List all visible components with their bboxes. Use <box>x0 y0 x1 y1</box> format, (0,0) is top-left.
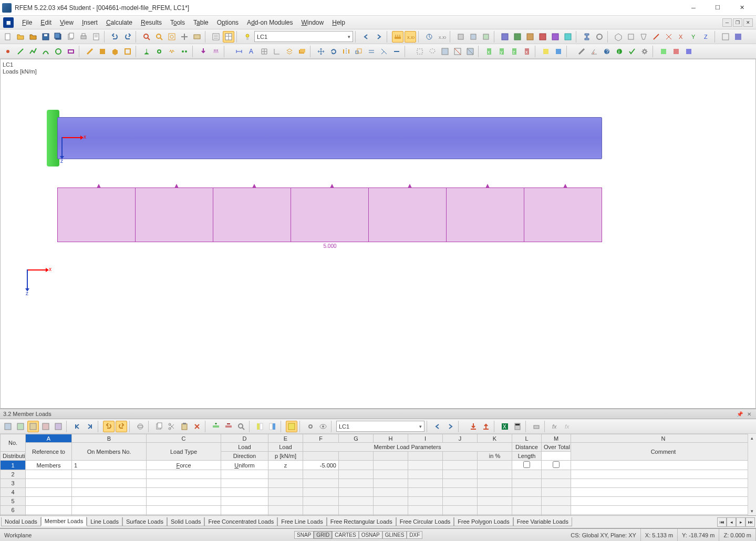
col-l-letter[interactable]: L <box>512 434 542 443</box>
cell-empty[interactable] <box>512 479 542 488</box>
toggle-grid[interactable]: GRID <box>314 531 332 539</box>
results-values-icon[interactable]: x.xx <box>436 31 448 43</box>
section-icon-1[interactable] <box>581 31 593 43</box>
rotate-icon[interactable] <box>328 46 339 57</box>
cell-empty[interactable] <box>478 515 512 516</box>
cell-empty[interactable] <box>268 497 303 506</box>
spring-icon[interactable] <box>166 46 178 57</box>
copy-icon[interactable] <box>65 31 77 43</box>
menu-table[interactable]: Table <box>189 18 213 27</box>
pt-fx2-icon[interactable]: fx <box>562 421 574 432</box>
menu-results[interactable]: Results <box>137 18 166 27</box>
col-d-letter[interactable]: D <box>221 434 268 443</box>
cell-empty[interactable] <box>443 488 478 497</box>
pt-globe-icon[interactable] <box>134 421 146 432</box>
row-num[interactable]: 7 <box>1 515 26 516</box>
th-m[interactable]: Length <box>512 452 542 461</box>
th-g[interactable] <box>303 452 339 461</box>
filter-z-icon[interactable]: z <box>509 46 520 57</box>
tab-free-polygon-loads[interactable]: Free Polygon Loads <box>454 517 513 526</box>
row-num[interactable]: 4 <box>1 488 26 497</box>
cell-empty[interactable] <box>303 479 339 488</box>
sel-none-icon[interactable] <box>452 46 463 57</box>
pt-redo-icon[interactable] <box>116 421 127 432</box>
pt-delete-icon[interactable] <box>191 421 203 432</box>
scale-icon[interactable] <box>353 46 365 57</box>
cell-k[interactable] <box>478 461 512 470</box>
open-folder-icon[interactable] <box>27 31 39 43</box>
layer-icon[interactable] <box>284 46 295 57</box>
view-y-icon[interactable]: Y <box>688 31 700 43</box>
cell-empty[interactable] <box>571 497 756 506</box>
cell-empty[interactable] <box>571 488 756 497</box>
pt-icon-4[interactable] <box>40 421 51 432</box>
filter-y-icon[interactable]: y <box>496 46 508 57</box>
cell-empty[interactable] <box>443 479 478 488</box>
view-iso-icon[interactable] <box>613 31 624 43</box>
cell-empty[interactable] <box>512 515 542 516</box>
pt-export-icon[interactable] <box>480 421 492 432</box>
menu-window[interactable]: Window <box>297 18 328 27</box>
zoom-window-icon[interactable] <box>166 31 178 43</box>
pt-fx-icon[interactable]: fx <box>550 421 561 432</box>
measure-icon[interactable] <box>576 46 587 57</box>
cell-comment[interactable] <box>571 461 756 470</box>
offset-icon[interactable] <box>366 46 377 57</box>
close-button[interactable]: ✕ <box>730 0 754 16</box>
th-b[interactable]: On Members No. <box>72 443 147 461</box>
node-icon[interactable] <box>2 46 14 57</box>
tab-free-circular-loads[interactable]: Free Circular Loads <box>396 517 454 526</box>
cell-empty[interactable] <box>478 506 512 515</box>
filter-x-icon[interactable]: x <box>483 46 495 57</box>
mdi-minimize-button[interactable]: ─ <box>722 18 732 27</box>
th-n[interactable]: Comment <box>571 443 756 461</box>
cell-empty[interactable] <box>26 497 72 506</box>
cell-empty[interactable] <box>512 497 542 506</box>
trim-icon[interactable] <box>378 46 390 57</box>
move-icon[interactable] <box>315 46 327 57</box>
pt-first-icon[interactable] <box>71 421 83 432</box>
tool-icon-3[interactable] <box>480 31 492 43</box>
loadcase-combo[interactable]: LC1 <box>254 31 353 42</box>
col-c-letter[interactable]: C <box>147 434 221 443</box>
cell-empty[interactable] <box>374 488 408 497</box>
col-a-letter[interactable]: A <box>26 434 72 443</box>
cell-empty[interactable] <box>478 479 512 488</box>
list-icon[interactable] <box>210 31 222 43</box>
toggle-snap[interactable]: SNAP <box>294 531 314 539</box>
pt-gear-icon[interactable] <box>305 421 316 432</box>
cell-loadtype[interactable]: Force <box>147 461 221 470</box>
new-file-icon[interactable] <box>2 31 14 43</box>
tab-nav-last[interactable]: ⏭ <box>745 517 755 527</box>
th-k[interactable] <box>443 452 478 461</box>
cell-empty[interactable] <box>147 479 221 488</box>
tab-free-variable-loads[interactable]: Free Variable Loads <box>513 517 572 526</box>
sel-lasso-icon[interactable] <box>427 46 438 57</box>
arc-icon[interactable] <box>40 46 51 57</box>
pt-copy-icon[interactable] <box>153 421 165 432</box>
cell-overtotal[interactable] <box>542 461 571 470</box>
tab-nav-next[interactable]: ▸ <box>736 517 745 527</box>
th-no[interactable]: No. <box>1 434 26 452</box>
cell-empty[interactable] <box>221 515 268 516</box>
cell-empty[interactable] <box>268 470 303 479</box>
results-icon[interactable] <box>423 31 435 43</box>
tab-surface-loads[interactable]: Surface Loads <box>122 517 167 526</box>
th-c[interactable]: Load Type <box>147 443 221 461</box>
opening-icon[interactable] <box>122 46 133 57</box>
cell-empty[interactable] <box>478 470 512 479</box>
show-values-icon[interactable]: x.xx <box>405 31 416 43</box>
pt-last-icon[interactable] <box>84 421 96 432</box>
pt-paste-icon[interactable] <box>179 421 190 432</box>
panel-loadcase-combo[interactable]: LC1 <box>336 421 424 432</box>
tool-icon-1[interactable] <box>455 31 467 43</box>
gear-icon[interactable] <box>639 46 650 57</box>
cell-empty[interactable] <box>147 470 221 479</box>
cell-empty[interactable] <box>443 470 478 479</box>
tab-nodal-loads[interactable]: Nodal Loads <box>1 517 41 526</box>
th-h[interactable] <box>339 452 374 461</box>
tab-line-loads[interactable]: Line Loads <box>87 517 122 526</box>
light-icon[interactable] <box>242 31 253 43</box>
cell-empty[interactable] <box>478 497 512 506</box>
scroll-down-icon[interactable]: ▾ <box>748 507 756 515</box>
